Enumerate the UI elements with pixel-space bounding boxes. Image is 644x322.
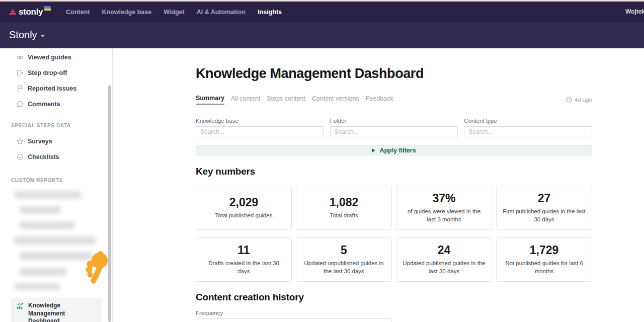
stat-card-drafts-created: 11 Drafts created in the last 30 days [196, 237, 292, 282]
check-circle-icon [17, 153, 24, 160]
stat-card-not-published: 1,729 Not published guides for last 6 mo… [496, 237, 592, 282]
filter-label-content-type: Content type [464, 118, 592, 124]
sidebar-item-checklists[interactable]: Checklists [0, 149, 112, 165]
chart-trend-icon [16, 302, 24, 310]
nav-item-content[interactable]: Content [66, 9, 90, 16]
custom-report-item-blurred[interactable] [19, 206, 61, 214]
comment-icon [17, 101, 24, 108]
filter-label-knowledge-base: Knowledge base [196, 118, 324, 124]
custom-report-item-blurred[interactable] [19, 221, 75, 229]
ukraine-flag-icon [44, 6, 51, 11]
custom-report-item-blurred[interactable] [14, 191, 82, 199]
stonly-logo-icon [9, 9, 16, 15]
sidebar-item-step-drop-off[interactable]: Step drop-off [0, 65, 112, 80]
stat-card-updated-unpublished: 5 Updated unpublished guides in the last… [296, 237, 392, 282]
filters-row: Knowledge base Folder Content type [196, 118, 592, 137]
key-numbers-grid: 2,029 Total published guides 1,082 Total… [196, 186, 592, 282]
chevron-down-icon [41, 35, 45, 37]
star-icon [17, 138, 24, 145]
top-navigation-bar: stonly Content Knowledge base Widget AI … [0, 2, 644, 22]
workspace-switcher[interactable]: Stonly [9, 29, 45, 41]
workspace-name: Stonly [9, 29, 37, 41]
nav-item-insights[interactable]: Insights [258, 9, 282, 16]
sidebar-section-special-steps-data: SPECIAL STEPS DATA [0, 123, 112, 128]
custom-report-item-blurred[interactable] [14, 236, 96, 245]
flag-icon [17, 85, 24, 92]
content-creation-history-heading: Content creation history [196, 292, 592, 303]
last-updated: 4d ago [566, 97, 592, 103]
user-menu[interactable]: Wojtek K [625, 8, 644, 15]
page-title: Knowledge Management Dashboard [196, 66, 592, 82]
sidebar-item-reported-issues[interactable]: Reported Issues [0, 80, 112, 96]
sidebar-item-comments[interactable]: Comments [0, 96, 112, 112]
main-content: Knowledge Management Dashboard Summary A… [113, 48, 644, 322]
sidebar-item-knowledge-management-dashboard[interactable]: Knowledge Management Dashboard [11, 298, 102, 322]
tab-all-content[interactable]: All content [231, 95, 260, 104]
key-numbers-heading: Key numbers [196, 166, 592, 177]
folder-search-input[interactable] [330, 126, 458, 137]
nav-item-knowledge-base[interactable]: Knowledge base [102, 9, 151, 16]
tab-summary[interactable]: Summary [196, 95, 224, 105]
content-type-search-input[interactable] [464, 126, 592, 137]
sidebar-section-custom-reports: CUSTOM REPORTS [0, 178, 112, 183]
custom-report-item-blurred[interactable] [19, 252, 93, 260]
clock-icon [566, 97, 572, 103]
nav-item-widget[interactable]: Widget [164, 9, 185, 16]
tab-steps-content[interactable]: Steps content [267, 95, 305, 104]
stonly-logo[interactable]: stonly [9, 7, 51, 17]
tabs-row: Summary All content Steps content Conten… [196, 95, 592, 105]
workspace-header: Stonly [0, 22, 644, 48]
filter-label-folder: Folder [330, 118, 458, 124]
custom-report-item-blurred[interactable] [19, 268, 66, 276]
eye-icon [17, 54, 24, 61]
stonly-logo-text: stonly [19, 7, 43, 17]
frequency-label: Frequency [196, 310, 592, 316]
stat-card-total-drafts: 1,082 Total drafts [296, 186, 392, 230]
nav-item-ai-automation[interactable]: AI & Automation [197, 9, 246, 16]
stat-card-updated-published: 24 Updated published guides in the last … [396, 237, 492, 282]
stat-card-total-published-guides: 2,029 Total published guides [196, 186, 292, 230]
play-icon [372, 148, 375, 152]
sidebar-item-surveys[interactable]: Surveys [0, 133, 112, 149]
step-exit-icon [17, 69, 24, 76]
stat-card-viewed-percentage: 37% of guides were viewed in the last 3 … [396, 186, 492, 230]
frequency-select[interactable]: Monthly [196, 318, 391, 322]
custom-report-item-blurred[interactable] [14, 283, 60, 290]
sidebar-item-viewed-guides[interactable]: Viewed guides [0, 49, 112, 65]
tab-content-versions[interactable]: Content versions [312, 95, 359, 104]
custom-reports-list-blurred [0, 191, 112, 290]
sidebar: Viewed guides Step drop-off Reported Iss… [0, 48, 113, 322]
tab-feedback[interactable]: Feedback [366, 95, 393, 104]
stat-card-first-published: 27 First published guides in the last 30… [496, 186, 592, 230]
apply-filters-button[interactable]: Apply filters [196, 145, 592, 155]
sidebar-scrollbar[interactable] [108, 86, 111, 322]
knowledge-base-search-input[interactable] [196, 126, 324, 137]
